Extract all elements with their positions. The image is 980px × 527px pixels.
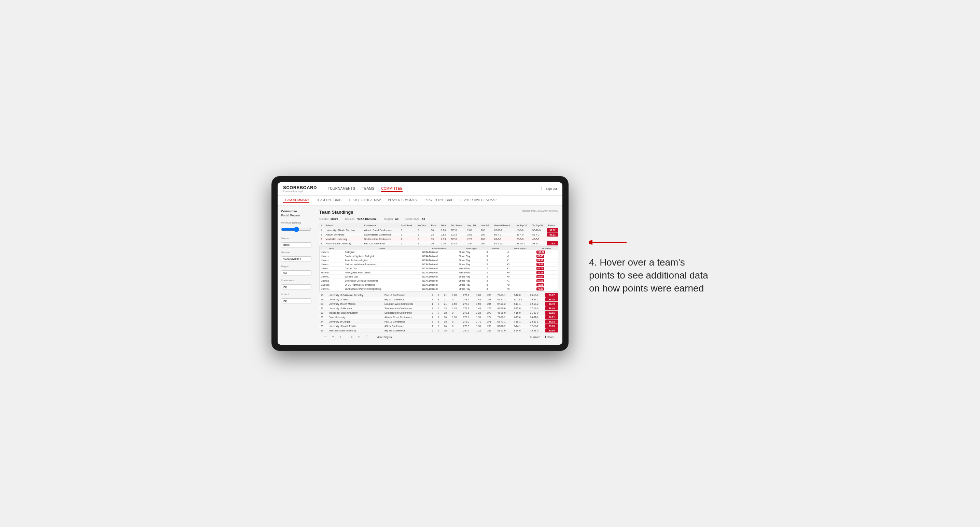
nav-teams[interactable]: TEAMS <box>362 186 374 192</box>
rank-cell: 3 <box>319 237 324 241</box>
points-cell[interactable]: 79.5 <box>547 241 558 246</box>
overall-cell: 85-7-25-1 <box>493 241 515 246</box>
subnav-player-h2h-grid[interactable]: PLAYER H2H GRID <box>425 198 453 203</box>
subnav-team-summary[interactable]: TEAM SUMMARY <box>283 198 309 203</box>
subnav-team-h2h-heatmap[interactable]: TEAM H2H HEATMAP <box>348 198 381 203</box>
wins-cell: 2.82 <box>440 232 449 237</box>
conf-cell: Pac-12 Conference <box>363 241 399 246</box>
overall-cell: 42-20-0 <box>496 306 512 311</box>
low-sg-cell: 269 <box>479 237 493 241</box>
subnav-player-h2h-heatmap[interactable]: PLAYER H2H HEATMAP <box>460 198 496 203</box>
conf-rank-cell: 2 <box>399 237 416 241</box>
exp-team: East Tas <box>320 283 344 287</box>
exp-rank-impact: +1 <box>506 279 535 283</box>
toolbar-divider <box>346 335 346 339</box>
points-cell[interactable]: 88.48 <box>545 306 558 311</box>
conf-cell: Big 12 Conference <box>383 297 431 302</box>
vs25-cell: 29-5-0 <box>515 237 531 241</box>
annotation-text: 4. Hover over a team's points to see add… <box>589 256 708 295</box>
points-cell[interactable]: 80.94 <box>545 329 558 333</box>
no-tour-cell: 7 <box>437 329 443 333</box>
exp-col-type: Event Type <box>457 247 485 250</box>
undo-button[interactable]: ↩ <box>323 335 328 338</box>
col-school: School <box>324 223 363 228</box>
wins-cell: 0 <box>451 311 462 315</box>
col-points: Points <box>547 223 558 228</box>
exp-type: Stroke Play <box>457 275 485 279</box>
exp-wpoints: 78.30 <box>535 287 558 291</box>
points-cell-highlighted[interactable]: 90.32 <box>547 237 558 241</box>
exp-rounds: 3 <box>485 254 506 259</box>
sidebar-conference: Conference (All) <box>281 279 312 289</box>
exp-rank-impact: -1 <box>506 254 535 259</box>
gender-select[interactable]: Men's <box>281 242 312 248</box>
division-select[interactable]: NCAA Division I <box>281 256 312 262</box>
subnav-player-summary[interactable]: PLAYER SUMMARY <box>388 198 418 203</box>
school-select[interactable]: (All) <box>281 298 312 303</box>
vs50-cell: 17-19-0 <box>529 306 545 311</box>
subnav-team-h2h-grid[interactable]: TEAM H2H GRID <box>316 198 342 203</box>
sidebar-school-label: School <box>281 293 312 296</box>
conf-rank-cell: 5 <box>431 319 437 324</box>
expanded-table-row: Univers... 2023 Sahalee Players Champion… <box>320 287 558 291</box>
vs25-cell: 7-15-0 <box>512 306 529 311</box>
school-cell: University of North Carolina <box>324 228 363 232</box>
exp-team: Univers... <box>320 254 344 259</box>
sidebar-school: School (All) <box>281 293 312 303</box>
points-cell[interactable]: 83.07 <box>545 293 558 297</box>
sidebar-division-label: Division <box>281 251 312 254</box>
adj-score-cell: 272.6 <box>449 237 466 241</box>
exp-type: Stroke Play <box>457 250 485 254</box>
nav-tournaments[interactable]: TOURNAMENTS <box>328 186 355 192</box>
copy-button[interactable]: ⧉ <box>350 335 353 338</box>
exp-type: Stroke Play <box>457 283 485 287</box>
exp-rank-impact: +0 <box>506 287 535 291</box>
conf-rank-cell: 7 <box>431 306 437 311</box>
region-select[interactable]: N/A <box>281 270 312 275</box>
redo-button[interactable]: ↪ <box>331 335 335 338</box>
points-cell[interactable]: 88.70 <box>545 297 558 302</box>
wins-cell: 0 <box>451 319 462 324</box>
low-sg-cell: 268 <box>486 297 496 302</box>
avg-sg-cell: 1.32 <box>475 311 486 315</box>
conf-rank-cell: 1 <box>431 302 437 306</box>
exp-wpoints: 80-13 <box>535 254 558 259</box>
points-cell[interactable]: 83.89 <box>545 324 558 329</box>
overall-cell: 67-10-0 <box>493 228 515 232</box>
points-cell[interactable]: 86.14 <box>545 319 558 324</box>
wins-cell: 1.38 <box>451 315 462 319</box>
points-cell[interactable]: 83.81 <box>545 311 558 315</box>
no-tour-cell: 9 <box>416 241 430 246</box>
overall-cell: 86-4-0 <box>493 232 515 237</box>
share-button[interactable]: ⬆ Share <box>544 335 554 338</box>
conf-cell: Mountain West Conference <box>383 302 431 306</box>
watch-button[interactable]: 👁 Watch <box>530 335 540 338</box>
adj-score-cell: 275.5 <box>449 241 466 246</box>
time-button[interactable]: 🕐 <box>364 335 369 338</box>
filter-region-label: Region: <box>384 217 394 221</box>
points-cell[interactable]: 88.71 <box>545 315 558 319</box>
view-label[interactable]: View: Original <box>377 335 392 338</box>
exp-type: Match Play <box>457 267 485 271</box>
points-cell[interactable]: 97.02 <box>547 228 558 232</box>
vs25-cell: 4-16-0 <box>512 311 529 315</box>
table-row: 22 Mississippi State University Southeas… <box>319 311 558 315</box>
points-cell[interactable]: 88.49 <box>545 302 558 306</box>
avg-sg-cell: 1.38 <box>475 315 486 319</box>
toolbar-divider-2 <box>373 335 373 339</box>
vs25-cell: 9-14-0 <box>512 329 529 333</box>
nav-committee[interactable]: COMMITTEE <box>381 186 402 192</box>
expanded-header-row: Team Event Event Division Event Type Rou… <box>320 247 558 250</box>
sign-out-button[interactable]: Sign out <box>541 187 557 190</box>
no-tour-cell: 8 <box>437 302 443 306</box>
sidebar-min-rounds: Minimum Rounds <box>281 221 312 233</box>
edit-button[interactable]: ✎ <box>357 335 361 338</box>
vs25-cell: 13-23-2 <box>512 297 529 302</box>
conference-select[interactable]: (All) <box>281 284 312 289</box>
avg-sg-cell: 2.82 <box>466 232 480 237</box>
min-rounds-slider[interactable] <box>281 227 312 232</box>
refresh-button[interactable]: ↺ <box>338 335 342 338</box>
wins-cell: 0 <box>451 329 462 333</box>
points-cell[interactable]: 93.31 <box>547 232 558 237</box>
table-row: 23 Duke University Atlantic Coast Confer… <box>319 315 558 319</box>
